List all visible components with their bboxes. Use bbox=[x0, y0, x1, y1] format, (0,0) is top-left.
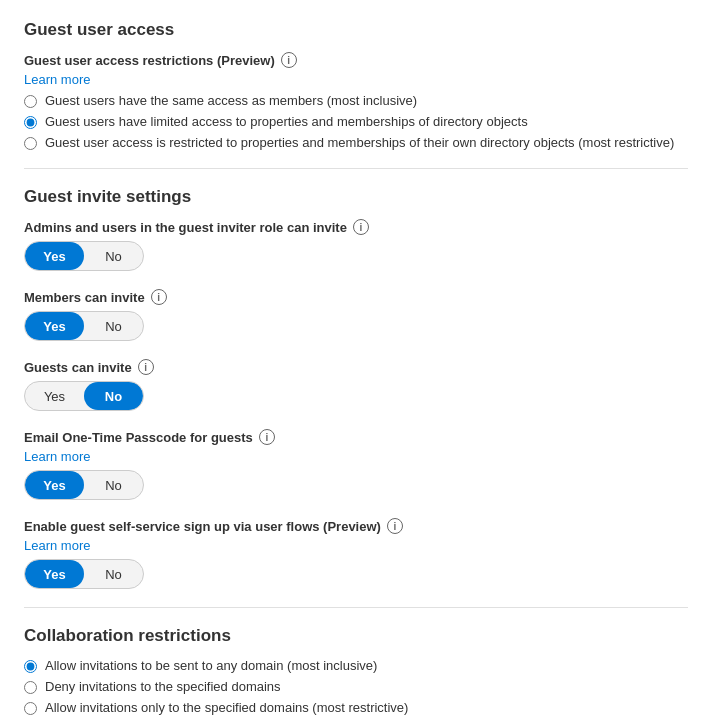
guests-invite-info-icon[interactable]: i bbox=[138, 359, 154, 375]
self-service-no[interactable]: No bbox=[84, 560, 143, 588]
collab-deny-option: Deny invitations to the specified domain… bbox=[24, 679, 688, 694]
admins-invite-yes[interactable]: Yes bbox=[25, 242, 84, 270]
guest-user-access-section: Guest user access Guest user access rest… bbox=[24, 20, 688, 150]
radio-most-inclusive[interactable] bbox=[24, 95, 37, 108]
email-otp-label: Email One-Time Passcode for guests i bbox=[24, 429, 688, 445]
admins-invite-label: Admins and users in the guest inviter ro… bbox=[24, 219, 688, 235]
collab-deny-radio[interactable] bbox=[24, 681, 37, 694]
email-otp-no[interactable]: No bbox=[84, 471, 143, 499]
radio-most-restrictive[interactable] bbox=[24, 137, 37, 150]
email-otp-info-icon[interactable]: i bbox=[259, 429, 275, 445]
email-otp-group: Email One-Time Passcode for guests i Lea… bbox=[24, 429, 688, 500]
email-otp-yes[interactable]: Yes bbox=[25, 471, 84, 499]
guest-invite-settings-section: Guest invite settings Admins and users i… bbox=[24, 187, 688, 589]
guest-user-access-title: Guest user access bbox=[24, 20, 688, 40]
collab-any-radio[interactable] bbox=[24, 660, 37, 673]
collab-any-option: Allow invitations to be sent to any doma… bbox=[24, 658, 688, 673]
collaboration-restrictions-section: Collaboration restrictions Allow invitat… bbox=[24, 626, 688, 715]
members-invite-toggle[interactable]: Yes No bbox=[24, 311, 144, 341]
members-invite-yes[interactable]: Yes bbox=[25, 312, 84, 340]
self-service-group: Enable guest self-service sign up via us… bbox=[24, 518, 688, 589]
members-invite-info-icon[interactable]: i bbox=[151, 289, 167, 305]
divider-1 bbox=[24, 168, 688, 169]
collaboration-restrictions-title: Collaboration restrictions bbox=[24, 626, 688, 646]
self-service-yes[interactable]: Yes bbox=[25, 560, 84, 588]
self-service-learn-more[interactable]: Learn more bbox=[24, 538, 688, 553]
guest-access-restrictions-group: Guest user access restrictions (Preview)… bbox=[24, 52, 688, 150]
divider-2 bbox=[24, 607, 688, 608]
radio-most-restrictive-option: Guest user access is restricted to prope… bbox=[24, 135, 688, 150]
radio-limited-label[interactable]: Guest users have limited access to prope… bbox=[45, 114, 528, 129]
members-invite-label: Members can invite i bbox=[24, 289, 688, 305]
collab-deny-label[interactable]: Deny invitations to the specified domain… bbox=[45, 679, 281, 694]
members-invite-no[interactable]: No bbox=[84, 312, 143, 340]
guest-access-info-icon[interactable]: i bbox=[281, 52, 297, 68]
email-otp-learn-more[interactable]: Learn more bbox=[24, 449, 688, 464]
guests-invite-label: Guests can invite i bbox=[24, 359, 688, 375]
admins-invite-no[interactable]: No bbox=[84, 242, 143, 270]
radio-most-inclusive-option: Guest users have the same access as memb… bbox=[24, 93, 688, 108]
guests-invite-yes[interactable]: Yes bbox=[25, 382, 84, 410]
collab-allow-only-label[interactable]: Allow invitations only to the specified … bbox=[45, 700, 408, 715]
radio-limited-option: Guest users have limited access to prope… bbox=[24, 114, 688, 129]
collab-allow-only-option: Allow invitations only to the specified … bbox=[24, 700, 688, 715]
self-service-label: Enable guest self-service sign up via us… bbox=[24, 518, 688, 534]
self-service-toggle[interactable]: Yes No bbox=[24, 559, 144, 589]
radio-limited[interactable] bbox=[24, 116, 37, 129]
admins-invite-info-icon[interactable]: i bbox=[353, 219, 369, 235]
email-otp-toggle[interactable]: Yes No bbox=[24, 470, 144, 500]
guests-invite-toggle[interactable]: Yes No bbox=[24, 381, 144, 411]
guests-invite-group: Guests can invite i Yes No bbox=[24, 359, 688, 411]
radio-most-restrictive-label[interactable]: Guest user access is restricted to prope… bbox=[45, 135, 674, 150]
self-service-info-icon[interactable]: i bbox=[387, 518, 403, 534]
admins-invite-group: Admins and users in the guest inviter ro… bbox=[24, 219, 688, 271]
members-invite-group: Members can invite i Yes No bbox=[24, 289, 688, 341]
guest-invite-settings-title: Guest invite settings bbox=[24, 187, 688, 207]
collab-allow-only-radio[interactable] bbox=[24, 702, 37, 715]
admins-invite-toggle[interactable]: Yes No bbox=[24, 241, 144, 271]
collab-any-label[interactable]: Allow invitations to be sent to any doma… bbox=[45, 658, 377, 673]
radio-most-inclusive-label[interactable]: Guest users have the same access as memb… bbox=[45, 93, 417, 108]
guest-access-restrictions-label: Guest user access restrictions (Preview)… bbox=[24, 52, 688, 68]
guest-access-learn-more[interactable]: Learn more bbox=[24, 72, 688, 87]
guests-invite-no[interactable]: No bbox=[84, 382, 143, 410]
